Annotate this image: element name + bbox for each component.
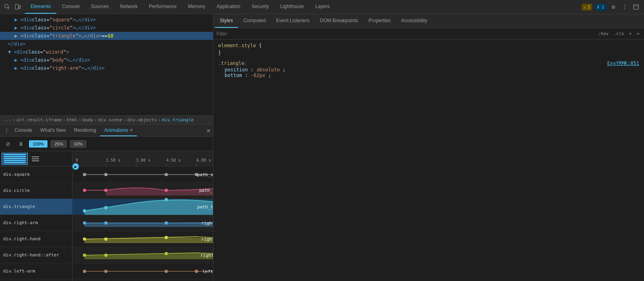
inspect-icon[interactable] xyxy=(3,3,11,11)
css-property-position: position : absolute ; xyxy=(218,67,639,73)
svg-point-126 xyxy=(104,237,107,241)
close-tab-icon[interactable]: ✕ xyxy=(130,128,133,132)
breadcrumb-item[interactable]: html xyxy=(67,117,78,123)
tab-lighthouse[interactable]: Lighthouse xyxy=(275,0,310,14)
svg-point-93 xyxy=(104,189,107,192)
svg-text:right_hand: right_hand xyxy=(201,237,213,242)
more-options-icon[interactable]: ⋮ xyxy=(621,3,629,11)
drawer-menu-icon[interactable]: ⋮ xyxy=(2,127,10,135)
timeline-labels: div.square div.circle div.triangle div.r… xyxy=(0,151,72,281)
svg-point-81 xyxy=(83,173,86,176)
track-label-left-arm[interactable]: div.left-arm xyxy=(0,263,72,279)
drawer-tab-console[interactable]: Console xyxy=(10,125,36,136)
svg-point-92 xyxy=(83,189,86,192)
tree-line[interactable]: </div> xyxy=(0,40,213,48)
add-style-button[interactable]: + xyxy=(627,30,634,37)
breadcrumb-item[interactable]: ult.result-iframe xyxy=(17,117,62,123)
tab-security[interactable]: Security xyxy=(246,0,275,14)
svg-point-83 xyxy=(165,173,168,176)
svg-point-136 xyxy=(104,254,107,257)
svg-text:right_finger: right_finger xyxy=(200,253,213,258)
speed-25-button[interactable]: 25% xyxy=(51,140,67,148)
tab-event-listeners[interactable]: Event Listeners xyxy=(271,14,314,28)
svg-point-147 xyxy=(104,270,107,273)
svg-point-137 xyxy=(165,252,168,255)
track-label-right-hand[interactable]: div.right-hand xyxy=(0,231,72,247)
warning-badge[interactable]: ⚠ 3 xyxy=(582,4,592,10)
drawer-tab-animations[interactable]: Animations ✕ xyxy=(100,125,137,136)
styles-filter-input[interactable] xyxy=(217,31,595,37)
svg-rect-0 xyxy=(15,4,19,9)
tab-memory[interactable]: Memory xyxy=(182,0,211,14)
styles-toolbar: :hov .cls + ⇥ xyxy=(213,28,644,40)
close-drawer-icon[interactable]: ✕ xyxy=(206,127,211,134)
track-label-circle[interactable]: div.circle xyxy=(0,183,72,199)
timeline-svg: 0 1.50 s 3.00 s 4.50 s 6.00 s 7.50 s 9.0… xyxy=(72,151,213,281)
hov-button[interactable]: :hov xyxy=(597,30,611,37)
svg-text:4.50 s: 4.50 s xyxy=(166,158,181,162)
svg-point-127 xyxy=(165,236,168,239)
stop-animation-button[interactable]: ⊘ xyxy=(3,139,13,149)
tab-computed[interactable]: Computed xyxy=(239,14,270,28)
animation-controls: ⊘ ⏸ 100% 25% 10% xyxy=(0,137,213,151)
undock-icon[interactable] xyxy=(632,3,640,11)
svg-point-149 xyxy=(195,270,198,273)
tree-line[interactable]: ▶ <div class="right-arm">…</div> xyxy=(0,64,213,72)
svg-text:1.50 s: 1.50 s xyxy=(106,158,120,162)
toolbar-icons xyxy=(0,3,25,11)
track-label-triangle[interactable]: div.triangle xyxy=(0,199,72,215)
svg-point-103 xyxy=(83,209,86,212)
tree-line-selected[interactable]: ▶ <div class="triangle">…</div> == $0 xyxy=(0,32,213,40)
svg-text:▶: ▶ xyxy=(74,164,77,169)
breadcrumb-item[interactable]: body xyxy=(83,117,93,123)
tab-application[interactable]: Application xyxy=(211,0,246,14)
tab-dom-breakpoints[interactable]: DOM Breakpoints xyxy=(315,14,363,28)
track-label-square[interactable]: div.square xyxy=(0,167,72,183)
pause-animation-button[interactable]: ⏸ xyxy=(16,139,26,149)
tree-line[interactable]: ▼ <div class="wizard"> xyxy=(0,48,213,56)
tab-accessibility[interactable]: Accessibility xyxy=(396,14,432,28)
track-label-right-hand-after[interactable]: div.right-hand::after xyxy=(0,247,72,263)
breadcrumb-item[interactable]: div.triangle xyxy=(162,117,194,123)
speed-10-button[interactable]: 10% xyxy=(70,140,86,148)
tree-line[interactable]: ▶ <div class="square">…</div> xyxy=(0,16,213,24)
speed-100-button[interactable]: 100% xyxy=(29,140,47,148)
breadcrumb-item[interactable]: ... xyxy=(3,117,11,123)
tab-sources[interactable]: Sources xyxy=(85,0,114,14)
breadcrumb-item[interactable]: div.scene xyxy=(98,117,122,123)
drawer-tab-rendering[interactable]: Rendering xyxy=(70,125,100,136)
tab-console[interactable]: Console xyxy=(56,0,85,14)
tab-styles[interactable]: Styles xyxy=(215,14,238,28)
drawer-tab-whats-new[interactable]: What's New xyxy=(36,125,70,136)
svg-text:6.00 s: 6.00 s xyxy=(196,158,211,162)
tree-line[interactable]: ▶ <div class="body">…</div> xyxy=(0,56,213,64)
animation-preview[interactable] xyxy=(2,153,28,165)
info-badge[interactable]: ℹ 1 xyxy=(595,4,606,10)
breadcrumb-item[interactable]: div.objects xyxy=(127,117,157,123)
main-nav: Elements Console Sources Network Perform… xyxy=(25,0,335,14)
svg-text:3.00 s: 3.00 s xyxy=(136,158,151,162)
svg-point-146 xyxy=(83,270,86,273)
device-icon[interactable] xyxy=(14,3,22,11)
hamburger-icon[interactable] xyxy=(32,156,39,161)
tab-performance[interactable]: Performance xyxy=(143,0,182,14)
css-selector-triangle: .triangle xyxy=(218,60,244,66)
svg-point-115 xyxy=(104,221,107,225)
svg-text:left_arm: left_arm xyxy=(202,269,213,274)
tab-properties[interactable]: Properties xyxy=(363,14,395,28)
drawer: ⋮ Console What's New Rendering Animation… xyxy=(0,124,213,281)
breadcrumb: ... › ult.result-iframe › html › body › … xyxy=(0,115,213,124)
cls-button[interactable]: .cls xyxy=(612,30,626,37)
tree-line[interactable]: ▶ <div class="circle">…</div> xyxy=(0,24,213,32)
tab-elements[interactable]: Elements xyxy=(25,0,56,14)
tab-network[interactable]: Network xyxy=(114,0,143,14)
timeline-chart[interactable]: 0 1.50 s 3.00 s 4.50 s 6.00 s 7.50 s 9.0… xyxy=(72,151,213,281)
track-label-right-arm[interactable]: div.right-arm xyxy=(0,215,72,231)
timeline-area: div.square div.circle div.triangle div.r… xyxy=(0,151,213,281)
tab-layers[interactable]: Layers xyxy=(310,0,335,14)
expand-button[interactable]: ⇥ xyxy=(635,30,641,37)
settings-icon[interactable]: ⚙ xyxy=(609,3,617,11)
css-close-brace: } xyxy=(218,50,221,56)
css-source-link[interactable]: ExyYRMK:851 xyxy=(607,60,639,66)
elements-tree[interactable]: ▶ <div class="square">…</div> ▶ <div cla… xyxy=(0,14,213,115)
